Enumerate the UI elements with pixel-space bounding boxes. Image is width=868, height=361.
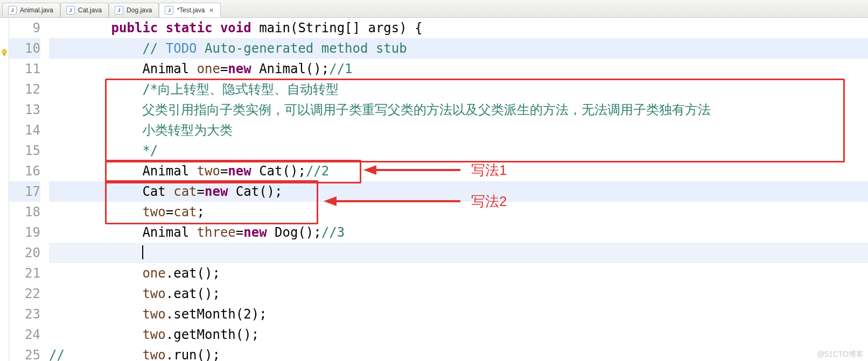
line-number: 19 [9, 222, 40, 243]
line-number: 22 [9, 284, 40, 304]
line-number: 12 [9, 79, 40, 100]
line-number: 20 [9, 243, 40, 263]
code-line: /*向上转型、隐式转型、自动转型 [49, 79, 868, 100]
line-number: 17 [9, 181, 40, 202]
annotation-label-1: 写法1 [471, 163, 507, 177]
java-file-icon: J [165, 6, 173, 15]
code-line: Cat cat=new Cat(); [49, 181, 868, 202]
code-line: // TODO Auto-generated method stub [49, 38, 868, 59]
line-number: 15 [9, 140, 40, 161]
annotation-label-2: 写法2 [471, 194, 507, 208]
code-line: two.setMonth(2); [49, 304, 868, 324]
code-line: 父类引用指向子类实例，可以调用子类重写父类的方法以及父类派生的方法，无法调用子类… [49, 100, 868, 120]
quickfix-icon[interactable] [0, 48, 9, 56]
tab-label: Animal.java [20, 7, 53, 13]
ide-root: J Animal.java J Cat.java J Dog.java J *T… [0, 0, 868, 361]
line-number: 10 [9, 38, 40, 59]
line-number: 11 [9, 59, 40, 79]
svg-point-0 [2, 49, 7, 54]
line-number: 23 [9, 304, 40, 324]
code-editor[interactable]: 9 10 11 12 13 14 15 16 17 18 19 20 21 22… [0, 18, 868, 361]
line-number: 14 [9, 120, 40, 140]
code-line [49, 243, 868, 263]
java-file-icon: J [8, 6, 17, 15]
tab-label: *Test.java [177, 7, 205, 13]
line-number: 18 [9, 202, 40, 222]
line-number: 9 [9, 18, 40, 38]
line-number: 13 [9, 100, 40, 120]
line-number: 21 [9, 263, 40, 284]
line-number-gutter: 9 10 11 12 13 14 15 16 17 18 19 20 21 22… [9, 18, 46, 361]
line-number: 16 [9, 161, 40, 181]
tab-label: Cat.java [78, 7, 102, 13]
tab-cat[interactable]: J Cat.java [60, 3, 109, 17]
code-line: Animal two=new Cat();//2 [49, 161, 868, 181]
text-caret [142, 245, 143, 259]
code-line: two.eat(); [49, 284, 868, 304]
tab-test[interactable]: J *Test.java ✕ [159, 3, 221, 17]
code-line: // two.run(); [49, 345, 868, 361]
line-number: 25 [9, 345, 40, 361]
marker-strip [0, 18, 9, 361]
tab-dog[interactable]: J Dog.java [109, 3, 159, 17]
code-line: Animal three=new Dog();//3 [49, 222, 868, 243]
line-number: 24 [9, 324, 40, 345]
code-body[interactable]: public static void main(String[] args) {… [46, 18, 868, 361]
tab-bar: J Animal.java J Cat.java J Dog.java J *T… [0, 0, 868, 18]
code-line: two=cat; [49, 202, 868, 222]
tab-animal[interactable]: J Animal.java [2, 3, 60, 17]
svg-rect-1 [3, 54, 5, 55]
code-line: */ [49, 140, 868, 161]
code-line: Animal one=new Animal();//1 [49, 59, 868, 79]
code-line: one.eat(); [49, 263, 868, 284]
code-line: two.getMonth(); [49, 324, 868, 345]
tab-label: Dog.java [127, 7, 152, 13]
close-icon[interactable]: ✕ [208, 8, 214, 13]
code-line: public static void main(String[] args) { [49, 18, 868, 38]
code-line: 小类转型为大类 [49, 120, 868, 140]
java-file-icon: J [115, 6, 123, 15]
java-file-icon: J [66, 6, 75, 15]
